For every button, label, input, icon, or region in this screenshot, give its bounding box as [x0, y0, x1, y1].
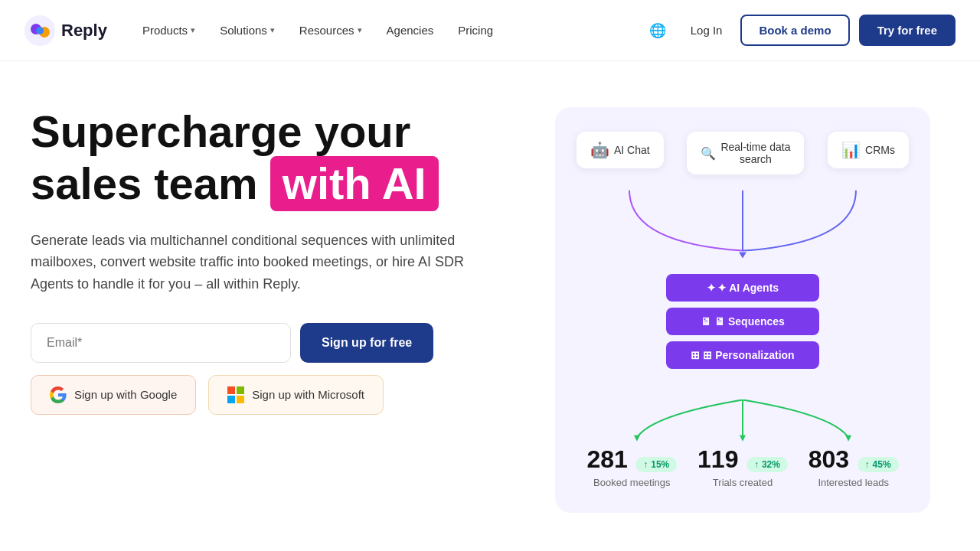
ai-agents-button: ✦ ✦ AI Agents [666, 274, 819, 302]
stat-trials-created: 119 ↑ 32% Trials created [697, 445, 788, 488]
social-signup-row: Sign up with Google Sign up with Microso… [31, 375, 505, 415]
chevron-down-icon: ▾ [191, 25, 195, 35]
ai-chat-card: 🤖 AI Chat [577, 132, 664, 168]
stat-badge: ↑ 45% [858, 457, 899, 472]
up-arrow-icon: ↑ [643, 459, 648, 470]
highlight-text: with AI [270, 156, 439, 211]
hero-description: Generate leads via multichannel conditio… [31, 230, 475, 295]
stat-badge: ↑ 32% [746, 457, 788, 472]
nav-item-agencies[interactable]: Agencies [376, 18, 445, 43]
nav-right: 🌐 Log In Book a demo Try for free [643, 15, 956, 46]
personalization-button: ⊞ ⊞ Personalization [666, 341, 819, 369]
sparkle-icon: ✦ [707, 282, 716, 294]
personalization-icon: ⊞ [691, 349, 700, 361]
nav-item-products[interactable]: Products ▾ [132, 18, 206, 43]
signup-button[interactable]: Sign up for free [300, 323, 433, 363]
microsoft-icon [227, 386, 244, 403]
crm-card: 📊 CRMs [828, 132, 909, 168]
up-arrow-icon: ↑ [754, 459, 759, 470]
stats-row: 281 ↑ 15% Booked meetings 119 ↑ 32% [577, 445, 909, 488]
chevron-down-icon: ▾ [358, 25, 362, 35]
sequences-button: 🖥 🖥 Sequences [666, 308, 819, 335]
crm-icon: 📊 [841, 141, 861, 159]
up-arrow-icon: ↑ [865, 459, 870, 470]
svg-rect-5 [237, 386, 244, 394]
navbar: Reply Products ▾ Solutions ▾ Resources ▾… [0, 0, 980, 61]
hero-section: Supercharge your sales team with AI Gene… [31, 107, 505, 415]
hero-title: Supercharge your sales team with AI [31, 107, 505, 211]
logo-text: Reply [61, 21, 107, 41]
email-input[interactable] [31, 323, 291, 363]
svg-marker-10 [740, 435, 746, 442]
svg-rect-6 [227, 396, 235, 403]
bottom-connector-lines [577, 399, 909, 445]
svg-marker-11 [845, 435, 851, 442]
feature-buttons: ✦ ✦ AI Agents 🖥 🖥 Sequences ⊞ ⊞ Personal… [577, 274, 909, 369]
svg-point-3 [36, 27, 44, 34]
google-signup-button[interactable]: Sign up with Google [31, 375, 196, 415]
stat-interested-leads: 803 ↑ 45% Interested leads [808, 445, 899, 488]
email-signup-row: Sign up for free [31, 323, 505, 363]
globe-icon: 🌐 [649, 23, 666, 38]
nav-item-pricing[interactable]: Pricing [447, 18, 504, 43]
svg-rect-4 [227, 386, 235, 394]
main-content: Supercharge your sales team with AI Gene… [0, 61, 980, 543]
search-icon: 🔍 [701, 146, 716, 161]
nav-item-solutions[interactable]: Solutions ▾ [209, 18, 286, 43]
nav-links: Products ▾ Solutions ▾ Resources ▾ Agenc… [132, 18, 643, 43]
sequences-icon: 🖥 [701, 315, 711, 328]
realtime-card: 🔍 Real-time data search [687, 132, 804, 174]
microsoft-signup-button[interactable]: Sign up with Microsoft [208, 375, 384, 415]
nav-item-resources[interactable]: Resources ▾ [289, 18, 373, 43]
stat-badge: ↑ 15% [635, 457, 677, 472]
try-free-button[interactable]: Try for free [859, 15, 956, 46]
chevron-down-icon: ▾ [270, 25, 275, 35]
book-demo-button[interactable]: Book a demo [740, 15, 849, 46]
svg-marker-8 [739, 253, 746, 259]
diagram-section: 🤖 AI Chat 🔍 Real-time data search 📊 CRMs [536, 107, 949, 513]
connector-lines [577, 182, 909, 274]
logo-icon [24, 15, 55, 46]
diagram-box: 🤖 AI Chat 🔍 Real-time data search 📊 CRMs [555, 107, 930, 513]
stat-booked-meetings: 281 ↑ 15% Booked meetings [586, 445, 677, 488]
svg-rect-7 [237, 396, 244, 403]
logo[interactable]: Reply [24, 15, 107, 46]
ai-chat-icon: 🤖 [590, 141, 609, 159]
language-button[interactable]: 🌐 [643, 16, 672, 45]
svg-marker-9 [634, 435, 640, 442]
login-button[interactable]: Log In [681, 18, 732, 43]
google-icon [50, 386, 67, 403]
